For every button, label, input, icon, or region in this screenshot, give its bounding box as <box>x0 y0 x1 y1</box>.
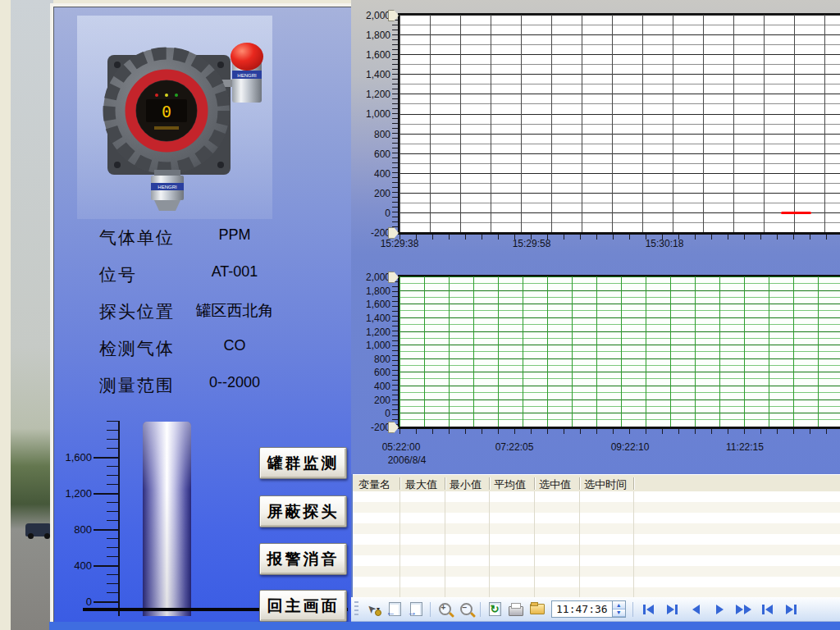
y-axis-label: -200 <box>353 227 390 239</box>
time-spin-down-icon[interactable]: ▼ <box>613 609 625 618</box>
y-axis-label: 400 <box>353 381 390 392</box>
step-forward-button[interactable] <box>710 601 730 618</box>
fast-forward-button[interactable] <box>733 601 754 618</box>
field-label: 气体单位 <box>99 226 175 249</box>
select-tool-icon[interactable]: ➤▾ <box>363 600 383 619</box>
prev-page-icon[interactable]: ← <box>385 600 404 619</box>
detector-info-panel: HENGRI 0 HENGRI 气体单位PPM位号AT-001探头位置罐区西北角… <box>53 7 352 623</box>
header-separator <box>399 477 400 490</box>
header-separator <box>633 477 634 490</box>
y-axis-label: 1,400 <box>353 69 390 80</box>
gauge-tick-label: 800 <box>56 523 92 536</box>
toolbar-separator <box>632 602 633 617</box>
gauge-major-tick <box>94 601 118 603</box>
gauge-major-tick <box>94 457 118 459</box>
time-spin-up-icon[interactable]: ▲ <box>613 601 625 609</box>
toolbar-grip-handle[interactable] <box>354 601 358 618</box>
properties-icon[interactable] <box>527 600 547 619</box>
table-column-line <box>579 491 580 597</box>
toolbar-separator <box>430 602 431 617</box>
table-column-line <box>445 491 445 597</box>
photo-car <box>25 523 53 536</box>
table-header-row: 变量名最大值最小值平均值选中值选中时间 <box>353 474 840 493</box>
x-axis-label: 11:22:15 <box>726 441 764 453</box>
y-axis-ticks <box>392 15 398 232</box>
field-row: 检测气体CO <box>54 337 351 363</box>
x-axis-ticks <box>399 235 840 240</box>
y-axis-label: 1,800 <box>353 285 390 297</box>
next-page-icon[interactable]: → <box>406 600 426 619</box>
alarm-beacon-dome <box>231 43 263 71</box>
tank-group-monitor-button[interactable]: 罐群监测 <box>259 447 347 479</box>
gauge-major-tick <box>94 493 118 495</box>
header-separator <box>534 477 535 490</box>
shield-probe-button[interactable]: 屏蔽探头 <box>259 495 347 527</box>
y-axis-label: 1,200 <box>353 89 390 100</box>
table-column-line <box>633 491 634 597</box>
time-spinner[interactable]: 11:47:36 ▲ ▼ <box>551 600 626 618</box>
header-separator <box>489 477 490 490</box>
trend-toolbar: ➤▾←→+−↻ 11:47:36 ▲ ▼ <box>351 597 840 622</box>
jump-start-button[interactable] <box>757 601 778 618</box>
print-icon[interactable] <box>506 600 526 619</box>
table-header-cell: 最大值 <box>405 477 437 492</box>
field-row: 测量范围0--2000 <box>54 374 351 400</box>
y-axis-label: 1,800 <box>353 30 390 41</box>
table-column-line <box>489 491 490 597</box>
trend-and-report-area: 2,0001,8001,6001,4001,2001,0008006004002… <box>351 0 840 622</box>
y-axis-label: 1,000 <box>353 340 390 351</box>
header-separator <box>579 477 580 490</box>
y-axis-ticks <box>392 276 398 427</box>
header-separator <box>445 477 445 490</box>
y-axis-label: 2,000 <box>353 10 390 21</box>
sensor-brand-label: HENGRI <box>158 185 177 189</box>
alarm-mute-button[interactable]: 报警消音 <box>259 543 347 575</box>
y-axis-label: 200 <box>353 188 390 199</box>
field-label: 检测气体 <box>99 337 175 360</box>
y-axis-label: 1,400 <box>353 313 390 324</box>
table-body[interactable] <box>353 491 840 597</box>
gauge-major-tick <box>94 529 118 531</box>
y-axis-label: 200 <box>353 395 390 406</box>
zoom-out-icon[interactable]: − <box>456 600 476 619</box>
x-axis-date-label: 2006/8/4 <box>388 454 427 466</box>
table-header-cell: 最小值 <box>450 477 482 492</box>
device-display-value: 0 <box>162 102 171 121</box>
step-back-button[interactable] <box>686 601 706 618</box>
realtime-trend-plot[interactable] <box>398 13 840 235</box>
field-value: 罐区西北角 <box>177 300 292 322</box>
y-axis-label: 0 <box>353 208 390 219</box>
y-axis-label: 2,000 <box>353 272 390 283</box>
y-axis-label: -200 <box>353 422 390 433</box>
zoom-in-icon[interactable]: + <box>435 600 454 619</box>
gas-detector-image: HENGRI 0 HENGRI <box>75 25 272 214</box>
first-frame-button[interactable] <box>638 601 659 618</box>
back-to-main-button[interactable]: 回主画面 <box>259 590 347 622</box>
y-axis-label: 1,600 <box>353 49 390 61</box>
x-axis-label: 15:30:18 <box>646 238 684 249</box>
gauge-minor-ticks <box>107 421 118 602</box>
refresh-icon[interactable]: ↻ <box>485 600 504 619</box>
trend-pen-red-segment <box>781 212 811 214</box>
field-label: 测量范围 <box>99 374 175 397</box>
toolbar-separator <box>480 602 481 617</box>
x-axis-ticks <box>399 429 840 434</box>
history-trend-plot[interactable] <box>398 275 840 429</box>
x-axis-label: 09:22:10 <box>611 441 650 453</box>
jump-end-button[interactable] <box>781 601 801 618</box>
gauge-tick-label: 1,600 <box>56 451 92 463</box>
y-axis-label: 1,200 <box>353 326 390 338</box>
time-spinner-value[interactable]: 11:47:36 <box>552 603 612 615</box>
field-value: 0--2000 <box>177 374 292 391</box>
table-header-cell: 选中时间 <box>584 477 627 492</box>
x-axis-label: 07:22:05 <box>495 441 534 453</box>
bottom-status-band <box>49 622 840 630</box>
gauge-axis-line <box>118 421 120 616</box>
field-row: 位号AT-001 <box>54 263 351 290</box>
last-frame-button[interactable] <box>662 601 682 618</box>
field-row: 气体单位PPM <box>54 226 351 253</box>
gauge-tick-label: 1,200 <box>56 487 92 500</box>
statistics-table: 变量名最大值最小值平均值选中值选中时间 <box>351 474 840 597</box>
sensor-tip <box>154 200 180 211</box>
table-header-cell: 选中值 <box>539 477 571 492</box>
